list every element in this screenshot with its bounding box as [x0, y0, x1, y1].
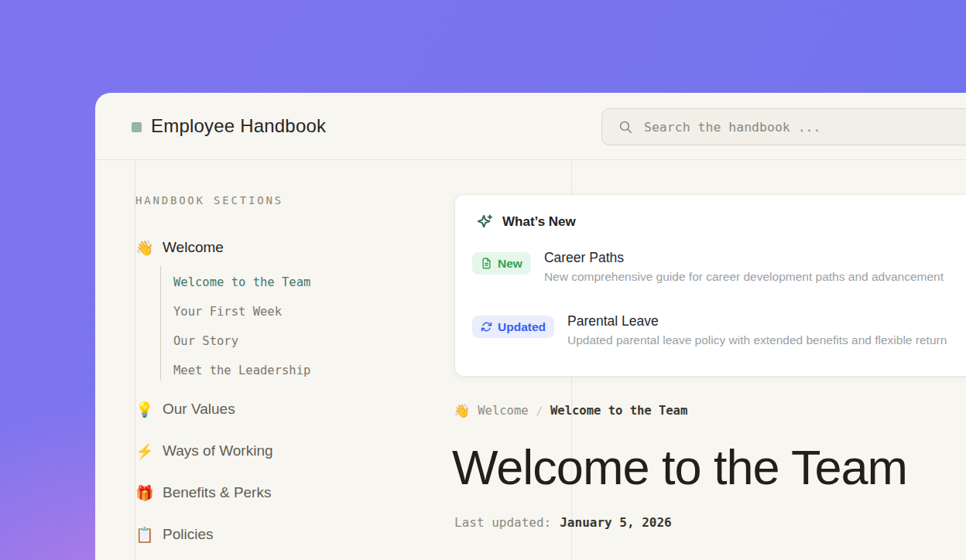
handbook-window: Employee Handbook HANDBOOK SECTIONS 👋 We… [95, 93, 966, 560]
wave-icon: 👋 [454, 405, 470, 418]
whats-new-item-title: Parental Leave [567, 313, 947, 330]
whats-new-title: What’s New [502, 214, 576, 230]
sidebar-item-label: Policies [163, 526, 213, 543]
wave-icon: 👋 [135, 241, 152, 255]
whats-new-item-title: Career Paths [544, 250, 944, 266]
search-icon [618, 120, 633, 135]
whats-new-item-description: Updated parental leave policy with exten… [567, 333, 947, 347]
sidebar-item-label: Benefits & Perks [163, 484, 271, 501]
gift-icon: 🎁 [135, 486, 152, 500]
lightning-icon: ⚡ [135, 444, 152, 459]
sidebar-item-label: Welcome [163, 239, 224, 256]
breadcrumb-section-link[interactable]: Welcome [478, 404, 528, 418]
last-updated-label: Last updated: [454, 515, 551, 530]
search-box[interactable] [601, 108, 966, 145]
sidebar-item-label: Ways of Working [163, 442, 273, 459]
desktop-background: { "app": { "title": "Employee Handbook" … [0, 0, 966, 560]
new-badge: New [472, 252, 531, 275]
sidebar-item-ways-of-working[interactable]: ⚡ Ways of Working [135, 439, 273, 463]
lightbulb-icon: 💡 [135, 402, 152, 417]
sidebar-item-label: Our Values [163, 401, 235, 418]
subnav-item-welcome-to-the-team[interactable]: Welcome to the Team [173, 274, 310, 291]
whats-new-header: What’s New [476, 213, 576, 230]
app-title: Employee Handbook [151, 115, 326, 137]
badge-label: New [498, 257, 522, 271]
sidebar-item-policies[interactable]: 📋 Policies [135, 523, 213, 546]
subnav-item-meet-the-leadership[interactable]: Meet the Leadership [173, 362, 310, 379]
subnav-item-our-story[interactable]: Our Story [173, 333, 238, 350]
sidebar-item-our-values[interactable]: 💡 Our Values [135, 398, 235, 421]
sidebar-item-benefits-perks[interactable]: 🎁 Benefits & Perks [135, 481, 271, 504]
clipboard-icon: 📋 [135, 528, 152, 542]
whats-new-item-career-paths[interactable]: New Career Paths New comprehensive guide… [472, 250, 944, 284]
whats-new-item-parental-leave[interactable]: Updated Parental Leave Updated parental … [472, 313, 947, 347]
badge-label: Updated [498, 320, 546, 334]
last-updated-row: Last updated: January 5, 2026 [454, 515, 672, 530]
whats-new-card: What’s New New Career Paths New comprehe… [454, 194, 966, 377]
breadcrumb: 👋 Welcome / Welcome to the Team [454, 404, 687, 418]
app-header: Employee Handbook [95, 93, 966, 160]
search-input[interactable] [644, 120, 966, 135]
breadcrumb-separator: / [536, 405, 543, 417]
refresh-icon [481, 321, 492, 333]
subnav-indent-line [160, 266, 161, 381]
page-title: Welcome to the Team [452, 439, 907, 495]
sidebar-item-welcome[interactable]: 👋 Welcome [135, 236, 224, 259]
sidebar-heading: HANDBOOK SECTIONS [135, 194, 283, 207]
document-icon [481, 258, 492, 269]
subnav-item-your-first-week[interactable]: Your First Week [173, 303, 282, 320]
whats-new-item-description: New comprehensive guide for career devel… [544, 270, 944, 284]
last-updated-value: January 5, 2026 [560, 515, 672, 530]
sparkle-icon [476, 213, 493, 230]
updated-badge: Updated [472, 316, 554, 338]
app-logo-icon [132, 122, 142, 132]
breadcrumb-current-page: Welcome to the Team [550, 404, 687, 418]
